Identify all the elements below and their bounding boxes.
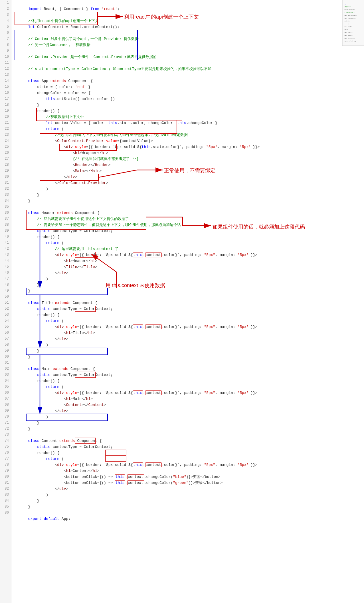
code-line-1: import React, { Component } from 'react'… <box>15 0 364 6</box>
code-line-73: class Content extends Component { <box>15 432 364 438</box>
code-line-47: } <box>15 276 364 282</box>
code-line-49 <box>15 288 364 294</box>
code-line-11: // static contextType = ColorContext; 加c… <box>15 60 364 66</box>
code-line-61: class Main extends Component { <box>15 360 364 366</box>
line-numbers: 1 2 3 4 5 6 7 8 9 10 11 12 13 14 15 16 1… <box>0 0 11 603</box>
code-line-72 <box>15 426 364 432</box>
code-line-71: } <box>15 420 364 426</box>
code-line-50: class Title extends Component { <box>15 294 364 300</box>
code-line-53: return ( <box>15 312 364 318</box>
code-line-83: } <box>15 492 364 498</box>
code-line-64: return ( <box>15 378 364 384</box>
code-line-3: //利用react中提供的api创建一个上下文 <box>15 12 364 18</box>
code-line-76: return ( <box>15 450 364 456</box>
code-area: import React, { Component } from 'react'… <box>11 0 364 603</box>
code-line-9: // Context.Provder 是一个组件 Context.Provder… <box>15 48 364 54</box>
code-line-60 <box>15 354 364 360</box>
code-line-70: } <box>15 414 364 420</box>
code-line-41: // 这里就需要用 this.context 了 <box>15 240 364 246</box>
code-line-19: //获取数据到上下文中 <box>15 108 364 114</box>
code-line-65: <div style={{ border: `8px solid ${this.… <box>15 384 364 390</box>
code-line-32: } <box>15 186 364 192</box>
code-line-35: class Header extends Component { <box>15 204 364 210</box>
main-container: 1 2 3 4 5 6 7 8 9 10 11 12 13 14 15 16 1… <box>0 0 364 603</box>
code-line-77: <div style={{ border: `8px solid ${this.… <box>15 456 364 462</box>
code-line-59: } <box>15 348 364 354</box>
code-line-86: export default App; <box>15 510 364 516</box>
code-line-58: } <box>15 342 364 348</box>
code-line-13: class App extends Component { <box>15 72 364 78</box>
code-line-40: return ( <box>15 234 364 240</box>
code-line-34 <box>15 198 364 204</box>
code-line-84: } <box>15 498 364 504</box>
code-line-33: } <box>15 192 364 198</box>
code-line-54: <div style={{ border: `8px solid ${this.… <box>15 318 364 324</box>
code-line-6: // Context对象中提供了两个api，一个是 Provider 提供数据 <box>15 30 364 36</box>
code-line-85 <box>15 504 364 510</box>
code-line-48: } <box>15 282 364 288</box>
code-line-22: //使用我们创造的上下文组件把我们写的组件全部包起来,并使用value绑定数据 <box>15 126 364 132</box>
code-line-18: render() { <box>15 102 364 108</box>
